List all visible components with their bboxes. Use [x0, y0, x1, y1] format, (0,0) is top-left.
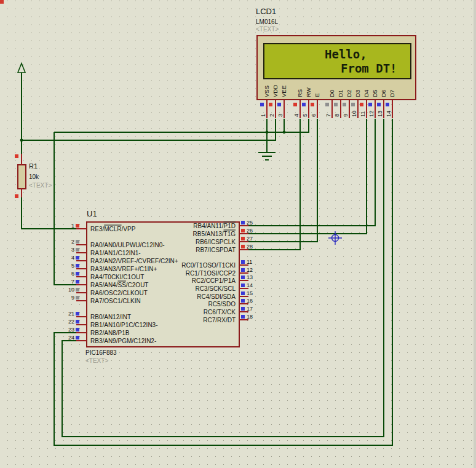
lcd-pin-label-D6: D6	[380, 90, 387, 97]
lcd-pin-label-VEE: VEE	[280, 85, 287, 97]
junction-dot	[20, 139, 23, 142]
lcd-pin-label-D3: D3	[354, 90, 361, 97]
mcu-pin-label-3: RA1/AN1/C12IN1-	[90, 250, 141, 256]
pin-state-square	[241, 260, 245, 264]
pin-state-square	[241, 315, 245, 319]
mcu-pin-number-6: 6	[71, 271, 74, 277]
lcd-pin-number-1: 1	[260, 114, 266, 117]
pin-state-square	[241, 221, 245, 224]
lcd-pin-number-14: 14	[386, 111, 392, 117]
mcu-pin-number-23: 23	[68, 327, 74, 333]
pin-state-square	[241, 299, 245, 303]
mcu-pin-number-12: 12	[247, 267, 253, 273]
pin-state-square	[76, 272, 79, 276]
junction-dot	[266, 131, 269, 134]
pin-state-square	[260, 103, 264, 106]
lcd-pin-number-9: 9	[343, 114, 349, 117]
ground-symbol-icon[interactable]	[258, 153, 276, 160]
wire-r1-to-mclr[interactable]	[22, 197, 76, 229]
mcu-pin-number-28: 28	[247, 244, 253, 250]
pin-state-square	[386, 103, 389, 106]
pin-state-square	[368, 103, 372, 106]
pin-state-square	[241, 268, 245, 272]
pin-state-square	[76, 320, 79, 323]
lcd-pin-number-4: 4	[293, 114, 299, 117]
mcu-pin-number-22: 22	[68, 319, 74, 325]
mcu-pin-number-16: 16	[247, 298, 253, 304]
mcu-pin-number-3: 3	[71, 247, 74, 253]
lcd-pin-label-VDD: VDD	[272, 85, 279, 97]
mcu-pin-label-25: RB4/AN11/P1D	[193, 223, 236, 229]
wire-vdd[interactable]	[22, 119, 276, 140]
mcu-pin-label-11: RC0/T1OSO/T1CKI	[181, 262, 236, 269]
pin-state-square	[277, 103, 281, 106]
mcu-pin-number-14: 14	[247, 282, 253, 288]
mcu-pin-label-15: RC4/SDI/SDA	[197, 293, 236, 300]
pin-state-square	[343, 103, 346, 106]
mcu-pin-label-5: RA3/AN3/VREF+/C1IN+	[90, 266, 157, 272]
pin-state-square	[76, 256, 79, 260]
pin-state-square	[15, 154, 18, 158]
mcu-pin-number-27: 27	[247, 236, 253, 242]
schematic-canvas[interactable]: LCD1 LM016L <TEXT> Hello, From DT! U1 PI…	[0, 0, 476, 468]
lcd-pin-number-3: 3	[277, 114, 284, 117]
lcd-pin-label-D0: D0	[328, 90, 335, 97]
pin-state-square	[76, 288, 79, 292]
mcu-pin-number-5: 5	[71, 263, 74, 269]
pin-state-square	[241, 292, 245, 295]
pin-state-square	[325, 103, 329, 106]
mcu-pin-label-2: RA0/AN0/ULPWU/C12IN0-	[90, 242, 165, 248]
wire-ground-bus[interactable]	[54, 119, 309, 132]
pin-state-square	[241, 276, 245, 279]
mcu-pin-number-10: 10	[68, 287, 74, 293]
pin-state-square	[76, 280, 79, 284]
pin-state-square	[241, 237, 245, 240]
lcd-pin-label-D5: D5	[371, 90, 378, 97]
mcu-pin-label-1: RE3/MCLR/VPP	[90, 226, 136, 232]
wire-rb5-d4[interactable]	[248, 119, 367, 234]
canvas-edge-strip	[474, 0, 476, 468]
mcu-pin-label-21: RB0/AN12/INT	[90, 314, 131, 320]
pin-state-square	[241, 284, 245, 287]
lcd-pin-label-RW: RW	[305, 87, 312, 97]
pin-state-square	[377, 103, 381, 106]
mcu-pin-number-18: 18	[247, 314, 253, 320]
lcd-pin-label-VSS: VSS	[263, 85, 270, 97]
power-terminal-icon[interactable]	[18, 63, 25, 73]
mcu-pin-label-22: RB1/AN10/P1C/C12IN3-	[90, 322, 158, 328]
lcd-pin-label-E: E	[314, 93, 320, 97]
mcu-pin-number-17: 17	[247, 306, 253, 312]
pin-state-square	[293, 103, 297, 106]
mcu-pin-number-24: 24	[68, 335, 74, 341]
lcd-pin-label-D2: D2	[346, 90, 352, 97]
pin-state-square	[351, 103, 355, 106]
lcd-pin-number-13: 13	[377, 111, 383, 117]
pin-state-square	[76, 336, 79, 339]
mcu-pin-number-25: 25	[247, 220, 253, 226]
lcd-pin-number-2: 2	[269, 114, 275, 117]
mcu-pin-label-10: RA6/OSC2/CLKOUT	[90, 290, 148, 296]
pin-state-square	[76, 312, 79, 315]
mcu-pin-label-9: RA7/OSC1/CLKIN	[90, 298, 141, 304]
mcu-pin-label-23: RB2/AN8/P1B	[90, 330, 130, 336]
pin-state-square	[15, 194, 18, 198]
pin-state-square	[76, 248, 79, 252]
mcu-pin-label-12: RC1/T1OSI/CCP2	[186, 270, 236, 277]
mcu-pin-label-14: RC3/SCK/SCL	[195, 285, 236, 292]
lcd-pin-number-11: 11	[360, 111, 366, 117]
wire-ground-ra5[interactable]	[54, 132, 76, 285]
mcu-pin-number-21: 21	[68, 311, 74, 317]
lcd-pin-number-5: 5	[302, 114, 308, 117]
pin-state-square	[76, 240, 79, 244]
wire-rb6-e[interactable]	[248, 119, 317, 242]
pin-state-square	[269, 103, 272, 106]
wiring-layer: 1RE3/MCLR/VPP2RA0/AN0/ULPWU/C12IN0-3RA1/…	[0, 0, 476, 468]
lcd-pin-number-8: 8	[334, 114, 340, 117]
pin-state-square	[76, 224, 79, 228]
mcu-pin-label-17: RC6/TX/CK	[204, 309, 236, 315]
pin-state-square	[241, 245, 245, 248]
mcu-pin-label-28: RB7/ICSPDAT	[196, 247, 236, 253]
wire-rb7-rs[interactable]	[248, 119, 300, 250]
lcd-pin-number-7: 7	[325, 114, 331, 117]
lcd-pin-number-12: 12	[368, 111, 375, 117]
